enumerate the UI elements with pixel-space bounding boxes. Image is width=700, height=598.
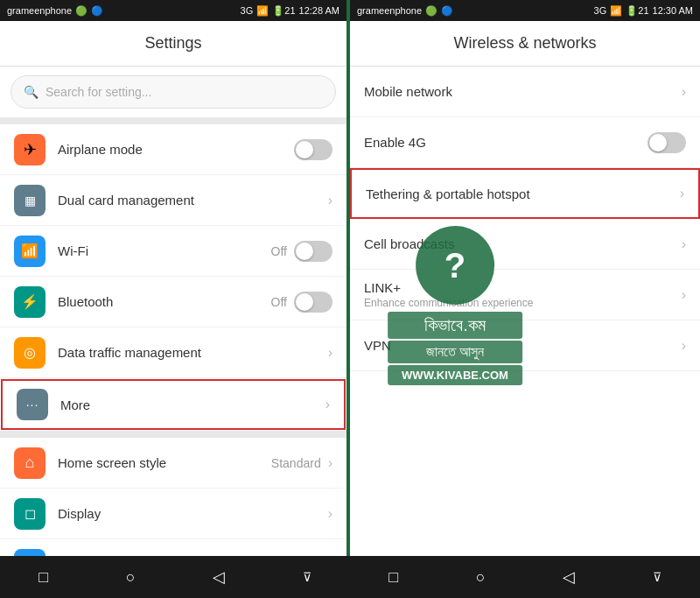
list-item-airplane[interactable]: ✈ Airplane mode: [0, 124, 346, 175]
sound-icon: ♪: [14, 549, 46, 557]
datatraffic-chevron: ›: [328, 345, 332, 361]
datatraffic-label: Data traffic management: [58, 345, 328, 360]
bluetooth-label: Bluetooth: [58, 294, 271, 309]
mobilenet-chevron: ›: [682, 84, 686, 100]
left-panel: grameenphone 🟢 🔵 3G 📶 🔋21 12:28 AM Setti…: [0, 0, 350, 556]
search-box[interactable]: 🔍 Search for setting...: [10, 75, 336, 109]
nav-menu-right[interactable]: ⊽: [653, 570, 662, 584]
nav-back-right[interactable]: ◁: [563, 567, 575, 587]
cellbroadcasts-title: Cell broadcasts: [364, 236, 682, 251]
list-item-bluetooth[interactable]: ⚡ Bluetooth Off: [0, 277, 346, 327]
more-label: More: [60, 397, 326, 412]
nav-bar-right: □ ○ ◁ ⊽: [350, 556, 700, 598]
right-panel: grameenphone 🟢 🔵 3G 📶 🔋21 12:30 AM Wirel…: [350, 0, 700, 556]
right-panel-title: Wireless & networks: [453, 34, 596, 53]
display-chevron: ›: [328, 506, 332, 522]
list-item-more[interactable]: ··· More ›: [1, 379, 346, 430]
wifi-label: Wi-Fi: [58, 243, 271, 258]
search-icon: 🔍: [24, 85, 38, 99]
mobilenet-title: Mobile network: [364, 84, 682, 99]
dualcard-chevron: ›: [328, 193, 332, 208]
list-item-wifi[interactable]: 📶 Wi-Fi Off: [0, 226, 346, 277]
left-panel-title: Settings: [144, 34, 201, 53]
tethering-chevron: ›: [680, 186, 684, 201]
linkplus-chevron: ›: [682, 287, 686, 303]
dualcard-icon: ▦: [14, 185, 46, 216]
nav-bar-left: □ ○ ◁ ⊽: [0, 556, 350, 598]
settings-list: ✈ Airplane mode ▦ Dual card management ›…: [0, 124, 346, 556]
nav-square-left[interactable]: □: [38, 568, 48, 587]
list-item-dualcard[interactable]: ▦ Dual card management ›: [0, 175, 346, 226]
enable4g-content: Enable 4G: [364, 135, 648, 150]
section-divider-mid: [0, 431, 346, 438]
vpn-chevron: ›: [682, 338, 686, 354]
homescreen-chevron: ›: [328, 455, 332, 471]
right-settings-list: Mobile network › Enable 4G Tethering & p…: [350, 67, 700, 556]
airplane-toggle[interactable]: [294, 139, 332, 160]
right-list-item-cellbroadcasts[interactable]: Cell broadcasts ›: [350, 219, 700, 270]
vpn-content: VPN: [364, 338, 682, 353]
cellbroadcasts-content: Cell broadcasts: [364, 236, 682, 251]
nav-menu-left[interactable]: ⊽: [303, 570, 312, 584]
bluetooth-toggle[interactable]: [294, 292, 332, 313]
sim-dot-icon: 🔵: [91, 5, 103, 17]
enable4g-title: Enable 4G: [364, 135, 648, 150]
homescreen-label: Home screen style: [58, 455, 271, 470]
nav-back-left[interactable]: ◁: [213, 567, 225, 587]
list-item-datatraffic[interactable]: ◎ Data traffic management ›: [0, 327, 346, 378]
airplane-icon: ✈: [14, 134, 46, 165]
bluetooth-icon: ⚡: [14, 286, 46, 318]
enable4g-toggle[interactable]: [648, 132, 686, 153]
carrier-right: grameenphone: [357, 5, 422, 16]
time-right: 12:30 AM: [653, 5, 693, 16]
linkplus-sub: Enhance communication experience: [364, 297, 682, 309]
status-bar-left: grameenphone 🟢 🔵 3G 📶 🔋21 12:28 AM: [0, 0, 346, 21]
list-item-sound[interactable]: ♪ Sound ›: [0, 539, 346, 556]
nav-circle-left[interactable]: ○: [126, 568, 136, 587]
nav-circle-right[interactable]: ○: [476, 568, 486, 587]
wifi-value: Off: [271, 244, 287, 258]
homescreen-value: Standard: [271, 456, 321, 470]
homescreen-icon: ⌂: [14, 447, 46, 479]
carrier-left: grameenphone: [7, 5, 72, 16]
battery-left: 🔋21: [272, 5, 295, 17]
wifi-dot-icon: 🟢: [75, 5, 88, 17]
wifi-toggle[interactable]: [294, 241, 332, 262]
airplane-label: Airplane mode: [58, 142, 294, 157]
section-divider-top: [0, 117, 346, 124]
search-container: 🔍 Search for setting...: [0, 67, 346, 117]
right-list-item-linkplus[interactable]: LINK+ Enhance communication experience ›: [350, 270, 700, 320]
signal-left: 3G: [241, 5, 254, 16]
left-title-bar: Settings: [0, 21, 346, 67]
wifi-dot-right-icon: 🟢: [425, 5, 438, 17]
right-list-item-enable4g[interactable]: Enable 4G: [350, 117, 700, 168]
battery-right: 🔋21: [626, 5, 648, 17]
more-icon: ···: [17, 389, 48, 420]
linkplus-title: LINK+: [364, 280, 682, 295]
nav-square-right[interactable]: □: [388, 568, 398, 587]
list-item-homescreen[interactable]: ⌂ Home screen style Standard ›: [0, 438, 346, 489]
tethering-content: Tethering & portable hotspot: [366, 186, 680, 201]
wifi-icon: 📶: [14, 236, 46, 267]
right-list-item-vpn[interactable]: VPN ›: [350, 320, 700, 371]
more-chevron: ›: [326, 397, 330, 412]
status-bar-right: grameenphone 🟢 🔵 3G 📶 🔋21 12:30 AM: [350, 0, 700, 21]
dualcard-label: Dual card management: [58, 193, 328, 208]
cellbroadcasts-chevron: ›: [682, 236, 686, 252]
search-placeholder: Search for setting...: [46, 85, 151, 99]
right-title-bar: Wireless & networks: [350, 21, 700, 67]
right-list-item-tethering[interactable]: Tethering & portable hotspot ›: [350, 168, 700, 219]
bars-right: 📶: [610, 5, 622, 17]
signal-right: 3G: [594, 5, 607, 16]
vpn-title: VPN: [364, 338, 682, 353]
mobilenet-content: Mobile network: [364, 84, 682, 99]
display-label: Display: [58, 506, 328, 521]
nav-bar-container: □ ○ ◁ ⊽ □ ○ ◁ ⊽: [0, 556, 700, 598]
sim-dot-right-icon: 🔵: [441, 5, 453, 17]
time-left: 12:28 AM: [299, 5, 340, 16]
display-icon: ◻: [14, 498, 46, 530]
right-list-item-mobilenet[interactable]: Mobile network ›: [350, 67, 700, 117]
list-item-display[interactable]: ◻ Display ›: [0, 489, 346, 539]
linkplus-content: LINK+ Enhance communication experience: [364, 280, 682, 309]
bluetooth-value: Off: [271, 295, 287, 309]
